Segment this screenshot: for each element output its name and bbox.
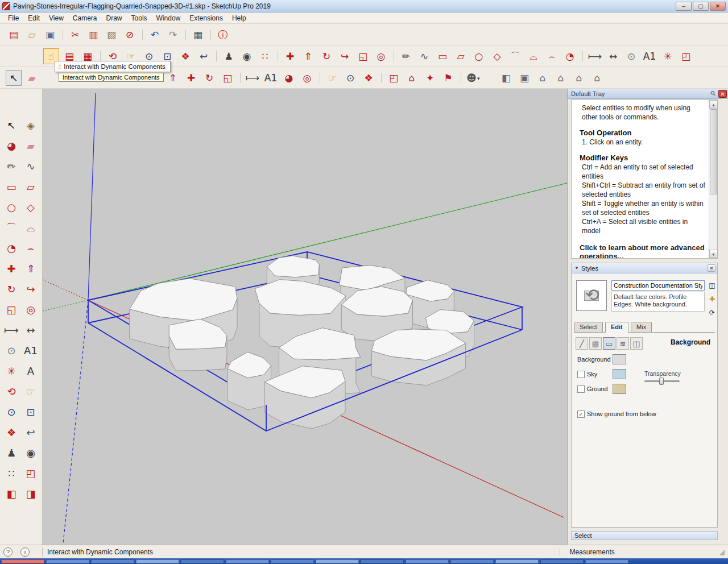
section-plane-icon[interactable]: ◰ — [678, 48, 694, 64]
styles-close-button[interactable]: ✕ — [708, 264, 715, 272]
taskbar-button[interactable] — [361, 559, 404, 563]
protractor-icon[interactable]: ⊙ — [623, 48, 639, 64]
menu-help[interactable]: Help — [228, 13, 251, 23]
walk-icon[interactable]: ∷ — [3, 465, 20, 482]
sign-in-icon[interactable]: ☻▾ — [465, 70, 481, 86]
tab-edit[interactable]: Edit — [605, 322, 628, 333]
tab-select[interactable]: Select — [574, 322, 603, 332]
text-icon[interactable]: A1 — [22, 342, 39, 359]
resize-grip[interactable]: ◢ — [719, 548, 725, 556]
show-ground-checkbox[interactable] — [577, 410, 585, 418]
view-left-icon[interactable]: ⌂ — [589, 70, 605, 86]
taskbar-button[interactable] — [1, 559, 44, 563]
tape-measure-icon[interactable]: ⟼ — [245, 70, 260, 86]
rotate-icon[interactable]: ↻ — [318, 48, 334, 64]
help-icon[interactable]: ? — [3, 548, 13, 557]
menu-view[interactable]: View — [44, 13, 68, 23]
open-icon[interactable]: ▱ — [24, 27, 40, 43]
zoom-extents-icon[interactable]: ❖ — [3, 424, 20, 441]
rotated-rectangle-icon[interactable]: ▱ — [22, 178, 39, 195]
face-settings-icon[interactable]: ▧ — [589, 337, 602, 350]
view-top-icon[interactable]: ▣ — [516, 70, 532, 86]
view-back-icon[interactable]: ⌂ — [571, 70, 587, 86]
tape-measure-icon[interactable]: ⟼ — [587, 48, 603, 64]
walk-icon[interactable]: ∷ — [257, 48, 273, 64]
taskbar-button[interactable] — [181, 559, 224, 563]
rectangle-icon[interactable]: ▭ — [3, 178, 20, 195]
taskbar-button[interactable] — [271, 559, 314, 563]
view-front-icon[interactable]: ⌂ — [535, 70, 551, 86]
axes-icon[interactable]: ✳ — [660, 48, 676, 64]
zoom-icon[interactable]: ⊙ — [3, 403, 20, 420]
paint-bucket-icon[interactable]: ◕ — [3, 137, 20, 154]
paint-bucket-icon[interactable]: ◕ — [281, 70, 297, 86]
add-location-icon[interactable]: ⚑ — [440, 70, 456, 86]
make-component-icon[interactable]: ◈ — [22, 117, 39, 134]
scale-icon[interactable]: ◱ — [3, 301, 20, 318]
ground-checkbox[interactable] — [577, 385, 585, 393]
maximize-button[interactable]: ▢ — [693, 2, 709, 11]
pan-icon[interactable]: ☞ — [22, 383, 39, 400]
dimension-icon[interactable]: ↔ — [605, 48, 621, 64]
move-icon[interactable]: ✚ — [183, 70, 199, 86]
arc-icon[interactable]: ⌒ — [507, 48, 523, 64]
position-camera-icon[interactable]: ♟ — [3, 444, 20, 461]
circle-icon[interactable]: ○ — [3, 198, 20, 215]
copy-icon[interactable]: ▥ — [85, 27, 101, 43]
print-icon[interactable]: ▦ — [190, 27, 206, 43]
move-icon[interactable]: ✚ — [3, 260, 20, 277]
move-icon[interactable]: ✚ — [282, 48, 298, 64]
select-icon[interactable]: ↖ — [3, 117, 20, 134]
polygon-icon[interactable]: ◇ — [489, 48, 505, 64]
look-around-icon[interactable]: ◉ — [239, 48, 255, 64]
text-icon[interactable]: A1 — [263, 70, 279, 86]
scrollbar-thumb[interactable] — [710, 109, 717, 194]
sky-checkbox[interactable] — [577, 371, 585, 378]
transparency-slider[interactable] — [644, 380, 680, 382]
circle-icon[interactable]: ○ — [471, 48, 487, 64]
windows-taskbar[interactable] — [0, 558, 728, 564]
taskbar-button[interactable] — [226, 559, 269, 563]
section-fill-icon[interactable]: ◧ — [3, 485, 20, 502]
scroll-down-button[interactable]: ▼ — [709, 250, 718, 258]
axes-icon[interactable]: ✳ — [3, 362, 20, 379]
menu-extensions[interactable]: Extensions — [185, 13, 228, 23]
tray-close-button[interactable]: ✕ — [718, 90, 727, 98]
zoom-icon[interactable]: ⊙ — [342, 70, 358, 86]
tray-header[interactable]: Default Tray ⚲ ✕ — [568, 89, 728, 99]
redo-icon[interactable]: ↷ — [165, 27, 181, 43]
arc-icon[interactable]: ⌒ — [3, 219, 20, 236]
taskbar-button[interactable] — [46, 559, 89, 563]
menu-draw[interactable]: Draw — [102, 13, 127, 23]
offset-icon[interactable]: ◎ — [22, 301, 39, 318]
model-viewport[interactable] — [43, 89, 567, 545]
styles-panel-header[interactable]: ▼ Styles ✕ — [572, 263, 717, 273]
section-display-icon[interactable]: ◨ — [22, 485, 39, 502]
sky-swatch[interactable] — [613, 369, 626, 379]
watermark-settings-icon[interactable]: ≋ — [617, 337, 629, 350]
advanced-operations-link[interactable]: Click to learn about more advanced opera… — [580, 243, 706, 259]
taskbar-button[interactable] — [136, 559, 179, 563]
line-icon[interactable]: ✏ — [398, 48, 414, 64]
pie-icon[interactable]: ◔ — [3, 239, 20, 256]
taskbar-button[interactable] — [316, 559, 359, 563]
tape-measure-icon[interactable]: ⟼ — [3, 321, 20, 338]
scale-icon[interactable]: ◱ — [355, 48, 371, 64]
follow-me-icon[interactable]: ↪ — [22, 280, 39, 297]
view-right-icon[interactable]: ⌂ — [553, 70, 569, 86]
zoom-previous-icon[interactable]: ↩ — [22, 424, 39, 441]
two-point-arc-icon[interactable]: ⌓ — [526, 48, 541, 64]
undo-icon[interactable]: ↶ — [147, 27, 163, 43]
create-style-icon[interactable]: ✚ — [707, 294, 717, 304]
dimension-icon[interactable]: ↔ — [22, 321, 39, 338]
push-pull-icon[interactable]: ⇑ — [300, 48, 316, 64]
style-thumbnail[interactable]: ⟲ — [576, 280, 607, 311]
zoom-previous-icon[interactable]: ↩ — [196, 48, 212, 64]
protractor-icon[interactable]: ⊙ — [3, 342, 20, 359]
look-around-icon[interactable]: ◉ — [22, 444, 39, 461]
pan-icon[interactable]: ☞ — [324, 70, 340, 86]
follow-me-icon[interactable]: ↪ — [337, 48, 353, 64]
menu-camera[interactable]: Camera — [68, 13, 102, 23]
taskbar-button[interactable] — [406, 559, 449, 563]
zoom-extents-icon[interactable]: ❖ — [361, 70, 377, 86]
